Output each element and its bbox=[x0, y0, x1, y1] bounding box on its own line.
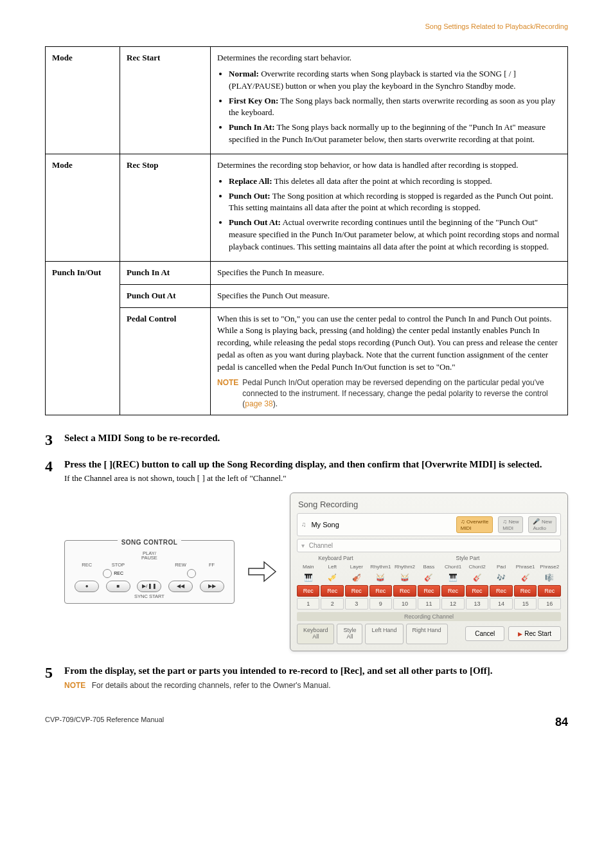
desc-cell: Determines the recording start behavior.… bbox=[211, 47, 568, 154]
desc-cell: Specifies the Punch In measure. bbox=[211, 261, 568, 284]
item-label: Punch In At: bbox=[229, 122, 275, 132]
play-pause-label: PLAY/PAUSE bbox=[136, 551, 162, 561]
ff-button[interactable]: ▶▶ bbox=[200, 581, 224, 592]
param-cell: Pedal Control bbox=[120, 307, 211, 415]
rec-button[interactable]: Rec bbox=[490, 585, 513, 597]
breadcrumb: Song Settings Related to Playback/Record… bbox=[45, 23, 568, 30]
rec-button[interactable]: ● bbox=[75, 581, 99, 592]
channel-cell[interactable]: 2 bbox=[321, 598, 344, 610]
cancel-button[interactable]: Cancel bbox=[465, 626, 504, 641]
rec-button[interactable]: Rec bbox=[538, 585, 561, 597]
part-label: Layer bbox=[345, 563, 368, 571]
desc-cell: Specifies the Punch Out measure. bbox=[211, 284, 568, 307]
part-label: Pad bbox=[490, 563, 513, 571]
rec-legend: REC bbox=[114, 571, 123, 575]
song-control-panel: SONG CONTROL PLAY/PAUSE REC STOP REW FF … bbox=[64, 540, 235, 604]
part-label: Phrase2 bbox=[538, 563, 561, 571]
chevron-down-icon: ▾ bbox=[301, 542, 305, 549]
param-cell: Rec Stop bbox=[120, 154, 211, 261]
rec-button[interactable]: Rec bbox=[418, 585, 441, 597]
rec-button[interactable]: Rec bbox=[441, 585, 465, 597]
guitar-icon: 🎸 bbox=[466, 571, 489, 585]
song-name: My Song bbox=[311, 521, 450, 529]
item-text: This deletes all data after the point at… bbox=[272, 176, 492, 186]
rec-button[interactable]: Rec bbox=[345, 585, 368, 597]
drum-icon: 🥁 bbox=[369, 571, 393, 585]
item-label: Normal: bbox=[229, 69, 259, 78]
param-cell: Punch Out At bbox=[120, 284, 211, 307]
part-label: Rhythm2 bbox=[393, 563, 416, 571]
item-label: First Key On: bbox=[229, 96, 278, 105]
left-hand-tab[interactable]: Left Hand bbox=[365, 624, 403, 644]
note-text: Pedal Punch In/Out operation may be reve… bbox=[242, 377, 561, 410]
item-text: The Song position at which recording is … bbox=[229, 191, 553, 213]
mode-cell: Mode bbox=[46, 47, 120, 154]
rew-button[interactable]: ◀◀ bbox=[168, 581, 193, 592]
step-number: 5 bbox=[45, 664, 64, 690]
overwrite-midi-pill[interactable]: ♫ OverwriteMIDI bbox=[456, 516, 493, 533]
channel-cell[interactable]: 10 bbox=[393, 598, 416, 610]
rec-buttons-row: Rec Rec Rec Rec Rec Rec Rec Rec Rec Rec … bbox=[297, 585, 561, 597]
note-body: Pedal Punch In/Out operation may be reve… bbox=[242, 378, 547, 409]
keys-icon: 🎹 bbox=[441, 571, 465, 585]
style-all-tab[interactable]: StyleAll bbox=[337, 624, 362, 644]
step-4: 4 Press the [ ](REC) button to call up t… bbox=[45, 458, 568, 484]
screen-title: Song Recording bbox=[298, 500, 561, 509]
step-subtext: If the Channel area is not shown, touch … bbox=[64, 473, 568, 484]
rec-button[interactable]: Rec bbox=[321, 585, 344, 597]
channel-label: Channel bbox=[309, 542, 333, 549]
channel-cell[interactable]: 9 bbox=[369, 598, 393, 610]
page-link[interactable]: page 38 bbox=[245, 399, 272, 408]
stop-button[interactable]: ■ bbox=[106, 581, 130, 592]
new-midi-pill[interactable]: ♫ NewMIDI bbox=[498, 516, 523, 533]
song-recording-screen: Song Recording ♫ My Song ♫ OverwriteMIDI… bbox=[290, 493, 568, 651]
item-label: Replace All: bbox=[229, 176, 272, 186]
channel-cell[interactable]: 13 bbox=[466, 598, 489, 610]
channel-cell[interactable]: 11 bbox=[418, 598, 441, 610]
param-cell: Punch In At bbox=[120, 261, 211, 284]
sync-start-label: SYNC START bbox=[71, 593, 227, 599]
channel-cell[interactable]: 3 bbox=[345, 598, 368, 610]
channel-cell[interactable]: 14 bbox=[490, 598, 513, 610]
channel-cell[interactable]: 1 bbox=[297, 598, 320, 610]
right-hand-tab[interactable]: Right Hand bbox=[406, 624, 448, 644]
rec-button[interactable]: Rec bbox=[393, 585, 416, 597]
desc-cell: Determines the recording stop behavior, … bbox=[211, 154, 568, 261]
item-text: The Song plays back normally up to the b… bbox=[229, 122, 546, 144]
music-note-icon: ♫ bbox=[301, 521, 306, 528]
part-label: Phrase1 bbox=[514, 563, 537, 571]
step-number: 3 bbox=[45, 431, 64, 448]
piano-icon: 🎹 bbox=[297, 571, 320, 585]
rec-start-button[interactable]: Rec Start bbox=[508, 626, 561, 641]
step-number: 4 bbox=[45, 458, 64, 484]
part-label: Chord2 bbox=[466, 563, 489, 571]
stop-label: STOP bbox=[105, 562, 131, 568]
new-audio-pill[interactable]: 🎤 NewAudio bbox=[528, 516, 556, 533]
rec-button[interactable]: Rec bbox=[369, 585, 393, 597]
rec-button[interactable]: Rec bbox=[514, 585, 537, 597]
play-led-icon bbox=[187, 569, 196, 578]
guitar-icon: 🎸 bbox=[514, 571, 537, 585]
settings-table: Mode Rec Start Determines the recording … bbox=[45, 46, 568, 415]
play-pause-button[interactable]: ▶/❚❚ bbox=[137, 581, 161, 592]
rec-button[interactable]: Rec bbox=[297, 585, 320, 597]
bass-icon: 🎺 bbox=[321, 571, 344, 585]
note-label: NOTE bbox=[64, 681, 85, 690]
step-head: Press the [ ](REC) button to call up the… bbox=[64, 458, 568, 471]
rec-led-icon bbox=[103, 569, 112, 578]
channel-cell[interactable]: 15 bbox=[514, 598, 537, 610]
desc-intro: Determines the recording stop behavior, … bbox=[217, 160, 518, 170]
keyboard-part-label: Keyboard Part bbox=[297, 555, 375, 561]
guitar-icon: 🎸 bbox=[418, 571, 441, 585]
panel-title: SONG CONTROL bbox=[118, 539, 182, 546]
arrow-icon bbox=[247, 557, 277, 586]
channel-cell[interactable]: 12 bbox=[441, 598, 465, 610]
channel-cell[interactable]: 16 bbox=[538, 598, 561, 610]
channel-header[interactable]: ▾ Channel bbox=[297, 539, 561, 552]
style-part-label: Style Part bbox=[375, 555, 561, 561]
item-text: The Song plays back normally, then start… bbox=[229, 96, 555, 118]
rec-button[interactable]: Rec bbox=[466, 585, 489, 597]
drum-icon: 🥁 bbox=[393, 571, 416, 585]
keyboard-all-tab[interactable]: KeyboardAll bbox=[297, 624, 335, 644]
flute-icon: 🎼 bbox=[538, 571, 561, 585]
